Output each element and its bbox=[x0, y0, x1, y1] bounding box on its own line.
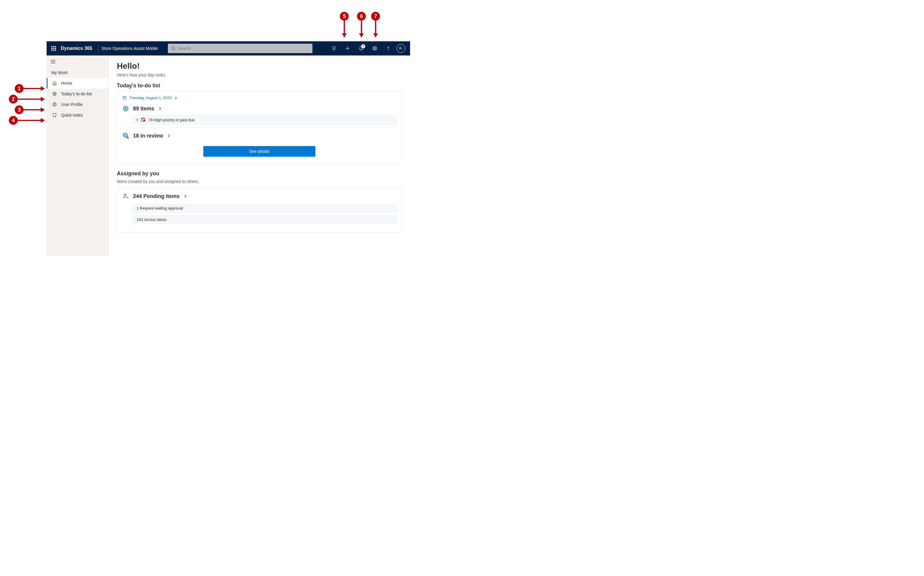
chevron-right-icon bbox=[184, 194, 187, 198]
annotation-4: 4 bbox=[9, 116, 44, 125]
search-box[interactable] bbox=[168, 44, 312, 53]
svg-line-1 bbox=[174, 49, 175, 50]
annotation-arrow bbox=[18, 99, 44, 100]
app-name: Store Operations Assist Mobile bbox=[101, 46, 163, 51]
assigned-section-sub: Items created by you and assigned to oth… bbox=[117, 179, 402, 184]
target-icon bbox=[122, 106, 129, 112]
note-icon bbox=[52, 113, 57, 117]
annotation-bubble: 2 bbox=[9, 95, 18, 104]
sidebar-item-profile[interactable]: User Profile bbox=[46, 99, 108, 110]
person-arrow-icon bbox=[122, 193, 129, 200]
annotation-bubble: 6 bbox=[357, 12, 366, 21]
lightbulb-icon bbox=[331, 46, 337, 51]
nav-label: Home bbox=[61, 81, 72, 86]
hamburger-icon bbox=[51, 59, 56, 64]
review-count-label: 18 In review bbox=[133, 133, 163, 139]
pending-row[interactable]: 244 Pending items bbox=[122, 191, 397, 202]
nav-label: Today's to-do list bbox=[61, 91, 92, 96]
svg-point-11 bbox=[54, 94, 55, 94]
annotation-arrow bbox=[375, 21, 376, 37]
nav-label: Quick notes bbox=[61, 113, 83, 117]
see-details-button[interactable]: See details bbox=[203, 146, 315, 157]
header-bar: Dynamics 365 Store Operations Assist Mob… bbox=[46, 41, 410, 56]
svg-point-23 bbox=[143, 120, 145, 122]
notifications-button[interactable]: 7 bbox=[355, 41, 368, 56]
exclamation-icon: ! bbox=[137, 118, 138, 122]
annotation-1: 1 bbox=[15, 84, 44, 93]
annotation-bubble: 4 bbox=[9, 116, 18, 125]
annotation-7: 7 bbox=[371, 12, 380, 37]
user-avatar[interactable]: R. bbox=[396, 44, 405, 53]
annotation-bubble: 7 bbox=[371, 12, 380, 21]
svg-point-20 bbox=[125, 108, 126, 109]
items-count-label: 89 Items bbox=[133, 106, 154, 112]
sidebar-item-todo[interactable]: Today's to-do list bbox=[46, 88, 108, 99]
annotation-2: 2 bbox=[9, 95, 44, 104]
annotation-arrow bbox=[18, 120, 44, 121]
question-icon bbox=[385, 46, 391, 51]
date-selector[interactable]: Tuesday, August 1, 2023 bbox=[122, 96, 397, 104]
product-name: Dynamics 365 bbox=[59, 46, 95, 51]
annotation-6: 6 bbox=[357, 12, 366, 37]
target-icon bbox=[52, 91, 57, 96]
svg-point-4 bbox=[374, 48, 376, 49]
svg-point-13 bbox=[54, 103, 55, 104]
assigned-section-title: Assigned by you bbox=[117, 171, 402, 177]
lightbulb-button[interactable] bbox=[328, 41, 341, 56]
add-button[interactable] bbox=[341, 41, 354, 56]
svg-rect-24 bbox=[123, 133, 126, 136]
annotation-bubble: 3 bbox=[15, 106, 24, 114]
annotation-bubble: 5 bbox=[340, 12, 349, 21]
notification-badge: 7 bbox=[361, 44, 365, 48]
svg-rect-14 bbox=[123, 96, 126, 99]
greeting-subtitle: Here's how your day looks. bbox=[117, 73, 402, 77]
app-frame: Dynamics 365 Store Operations Assist Mob… bbox=[46, 41, 410, 256]
annotation-3: 3 bbox=[15, 106, 44, 114]
sidebar: My Work Home Today's to-do list User Pro… bbox=[46, 56, 109, 256]
items-row[interactable]: 89 Items bbox=[122, 104, 397, 115]
sidebar-toggle[interactable] bbox=[48, 57, 58, 66]
annotation-arrow bbox=[344, 21, 345, 37]
svg-point-28 bbox=[124, 194, 126, 196]
assigned-sub-row: 243 Ad-hoc items bbox=[133, 215, 397, 224]
annotation-arrow bbox=[24, 88, 44, 89]
priority-alert: ! 78 High priority or past due bbox=[133, 115, 397, 125]
sidebar-section-title: My Work bbox=[46, 66, 108, 78]
todo-card: Tuesday, August 1, 2023 89 Items ! 78 Hi bbox=[117, 91, 402, 163]
greeting-title: Hello! bbox=[117, 61, 402, 71]
header-actions: 7 R. bbox=[328, 41, 408, 56]
search-input[interactable] bbox=[177, 46, 310, 51]
chevron-right-icon bbox=[167, 134, 171, 138]
svg-line-27 bbox=[128, 138, 129, 139]
assigned-sub-row: 1 Request waiting approval bbox=[133, 203, 397, 213]
pending-count-label: 244 Pending items bbox=[133, 193, 180, 200]
plus-icon bbox=[345, 46, 350, 51]
chevron-right-icon bbox=[174, 96, 177, 99]
header-divider bbox=[98, 45, 99, 52]
assigned-card: 244 Pending items 1 Request waiting appr… bbox=[117, 187, 402, 232]
search-icon bbox=[171, 46, 175, 51]
annotation-arrow bbox=[24, 109, 44, 110]
app-body: My Work Home Today's to-do list User Pro… bbox=[46, 56, 410, 256]
svg-point-0 bbox=[171, 46, 174, 50]
main-content: Hello! Here's how your day looks. Today'… bbox=[109, 56, 410, 256]
help-button[interactable] bbox=[382, 41, 395, 56]
date-label: Tuesday, August 1, 2023 bbox=[129, 96, 171, 100]
gear-icon bbox=[372, 46, 377, 51]
calendar-icon bbox=[122, 96, 126, 100]
waffle-icon bbox=[51, 46, 56, 51]
user-icon bbox=[52, 102, 57, 107]
settings-button[interactable] bbox=[368, 41, 381, 56]
calendar-alert-icon bbox=[141, 117, 145, 123]
sidebar-item-notes[interactable]: Quick notes bbox=[46, 110, 108, 120]
app-launcher-button[interactable] bbox=[49, 44, 58, 53]
annotation-arrow bbox=[361, 21, 362, 37]
annotation-5: 5 bbox=[340, 12, 349, 37]
review-icon bbox=[122, 133, 129, 139]
annotation-bubble: 1 bbox=[15, 84, 24, 93]
review-row[interactable]: 18 In review bbox=[122, 131, 397, 142]
sidebar-item-home[interactable]: Home bbox=[46, 78, 108, 88]
alert-text: 78 High priority or past due bbox=[149, 118, 194, 122]
home-icon bbox=[52, 81, 57, 86]
chevron-right-icon bbox=[158, 107, 162, 110]
